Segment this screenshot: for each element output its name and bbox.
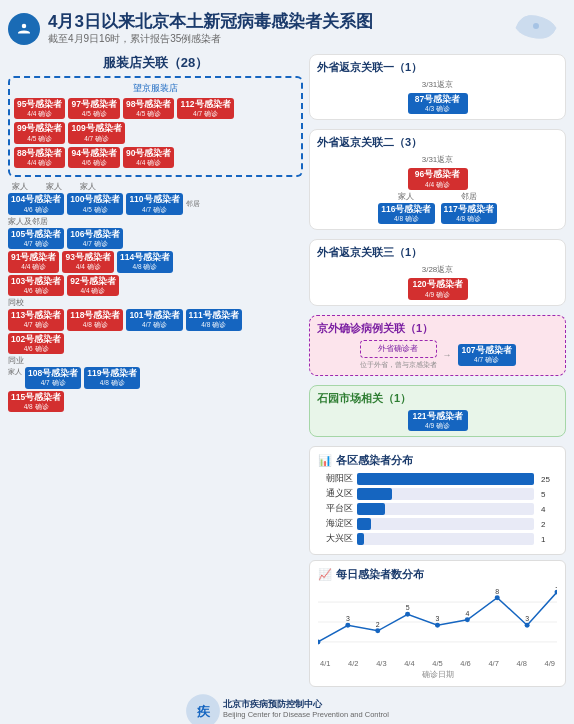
node-105: 105号感染者 4/7 确诊 — [8, 228, 64, 249]
rel-jiaren-label2: 家人 — [8, 367, 22, 377]
svg-point-18 — [525, 623, 530, 628]
node-90: 90号感染者 4/4 确诊 — [123, 147, 174, 168]
x-label: 4/7 — [488, 659, 498, 668]
x-axis-label: 确诊日期 — [318, 670, 557, 680]
node-94: 94号感染者 4/6 确诊 — [68, 147, 119, 168]
bar-fill — [357, 473, 534, 485]
rel-jiaren-linjv: 家人及邻居 — [8, 217, 303, 227]
node-121: 121号感染者 4/9 确诊 — [408, 410, 468, 431]
bar-label: 海淀区 — [318, 518, 353, 530]
node-93: 93号感染者 4/4 确诊 — [62, 251, 113, 272]
footer-text: 北京市疾病预防控制中心 Beijing Center for Disease P… — [223, 698, 389, 721]
svg-point-10 — [405, 612, 410, 617]
main-content: 服装店关联（28） 望京服装店 95号感染者 4/4 确诊 97号感染者 4/5… — [8, 54, 566, 687]
svg-text:5: 5 — [406, 605, 410, 612]
node-91: 91号感染者 4/4 确诊 — [8, 251, 59, 272]
node-109: 109号感染者 4/7 确诊 — [68, 122, 124, 143]
svg-text:8: 8 — [495, 588, 499, 595]
node-108: 108号感染者 4/7 确诊 — [25, 367, 81, 388]
bar-chart-title: 📊 各区感染者分布 — [318, 453, 557, 468]
cluster2-title: 外省返京关联二（3） — [317, 135, 558, 150]
node-120: 120号感染者 4/9 确诊 — [408, 278, 468, 299]
bar-track — [357, 488, 534, 500]
svg-point-8 — [375, 629, 380, 634]
footer: 疾 北京市疾病预防控制中心 Beijing Center for Disease… — [8, 693, 566, 724]
bar-row: 大兴区 1 — [318, 533, 557, 545]
node-118: 118号感染者 4/8 确诊 — [67, 309, 123, 330]
bar-label: 平台区 — [318, 503, 353, 515]
right-panel: 外省返京关联一（1） 3/31返京 87号感染者 4/3 确诊 外省返京关联二（… — [309, 54, 566, 687]
line-chart-area: 32534839 — [318, 587, 557, 657]
node-102: 102号感染者 4/6 确诊 — [8, 333, 64, 354]
row2: 99号感染者 4/5 确诊 109号感染者 4/7 确诊 — [14, 122, 297, 143]
node-101: 101号感染者 4/7 确诊 — [126, 309, 182, 330]
bar-label: 大兴区 — [318, 533, 353, 545]
row-102: 102号感染者 4/6 确诊 — [8, 333, 303, 354]
svg-text:3: 3 — [525, 616, 529, 623]
node-103: 103号感染者 4/6 确诊 — [8, 275, 64, 296]
shop-label: 望京服装店 — [14, 82, 297, 95]
node-116: 116号感染者 4/8 确诊 — [378, 203, 434, 224]
row-113-118-101-111: 113号感染者 4/7 确诊 118号感染者 4/8 确诊 101号感染者 4/… — [8, 309, 303, 330]
node-113: 113号感染者 4/7 确诊 — [8, 309, 64, 330]
svg-text:3: 3 — [436, 616, 440, 623]
node-96: 96号感染者 4/4 确诊 — [408, 168, 468, 189]
row-115: 115号感染者 4/8 确诊 — [8, 391, 303, 412]
page-wrapper: 4月3日以来北京本土新冠病毒感染者关系图 截至4月9日16时，累计报告35例感染… — [0, 0, 574, 724]
bar-track — [357, 473, 534, 485]
node-114: 114号感染者 4/8 确诊 — [117, 251, 173, 272]
node-107: 107号感染者 4/7 确诊 — [458, 344, 516, 365]
svg-text:2: 2 — [376, 621, 380, 628]
svg-point-0 — [22, 24, 27, 29]
node-100: 100号感染者 4/5 确诊 — [67, 193, 123, 214]
svg-text:疾: 疾 — [196, 704, 211, 719]
header-text: 4月3日以来北京本土新冠病毒感染者关系图 截至4月9日16时，累计报告35例感染… — [48, 12, 373, 46]
node-92: 92号感染者 4/4 确诊 — [67, 275, 118, 296]
x-label: 4/4 — [404, 659, 414, 668]
cluster4-title: 京外确诊病例关联（1） — [317, 321, 558, 336]
svg-point-14 — [465, 618, 470, 623]
row-104-100-110: 104号感染者 4/6 确诊 100号感染者 4/5 确诊 110号感染者 4/… — [8, 193, 303, 214]
node-88: 88号感染者 4/4 确诊 — [14, 147, 65, 168]
cluster3: 外省返京关联三（1） 3/28返京 120号感染者 4/9 确诊 — [309, 239, 566, 305]
bar-value: 1 — [541, 535, 557, 544]
svg-text:3: 3 — [346, 616, 350, 623]
cluster5-title: 石园市场相关（1） — [317, 391, 558, 406]
cluster1: 外省返京关联一（1） 3/31返京 87号感染者 4/3 确诊 — [309, 54, 566, 120]
node-99: 99号感染者 4/5 确诊 — [14, 122, 65, 143]
x-label: 4/1 — [320, 659, 330, 668]
bar-value: 2 — [541, 520, 557, 529]
rel-juren-c2: 邻居 — [441, 192, 497, 202]
x-label: 4/5 — [432, 659, 442, 668]
shop-box: 望京服装店 95号感染者 4/4 确诊 97号感染者 4/5 确诊 98号感染者… — [8, 76, 303, 177]
bar-track — [357, 503, 534, 515]
rel-label-linju: 邻居 — [186, 199, 200, 209]
node-98: 98号感染者 4/5 确诊 — [123, 98, 174, 119]
arrow-c4: → — [443, 350, 452, 360]
node-97: 97号感染者 4/5 确诊 — [68, 98, 119, 119]
bar-row: 平台区 4 — [318, 503, 557, 515]
svg-point-6 — [345, 623, 350, 628]
bar-label: 朝阳区 — [318, 473, 353, 485]
rel-label-jiaren2: 家人 — [46, 181, 62, 192]
bar-fill — [357, 533, 364, 545]
svg-point-1 — [533, 23, 539, 29]
bar-chart-icon: 📊 — [318, 454, 332, 467]
bar-fill — [357, 518, 371, 530]
footer-org-cn: 北京市疾病预防控制中心 — [223, 698, 389, 711]
footer-org-en: Beijing Center for Disease Prevention an… — [223, 710, 389, 721]
bar-label: 通义区 — [318, 488, 353, 500]
left-panel: 服装店关联（28） 望京服装店 95号感染者 4/4 确诊 97号感染者 4/5… — [8, 54, 303, 687]
bar-track — [357, 518, 534, 530]
bar-fill — [357, 503, 385, 515]
node-95: 95号感染者 4/4 确诊 — [14, 98, 65, 119]
x-label: 4/9 — [545, 659, 555, 668]
node-115: 115号感染者 4/8 确诊 — [8, 391, 64, 412]
bar-row: 通义区 5 — [318, 488, 557, 500]
header: 4月3日以来北京本土新冠病毒感染者关系图 截至4月9日16时，累计报告35例感染… — [8, 8, 566, 50]
header-title: 4月3日以来北京本土新冠病毒感染者关系图 — [48, 12, 373, 32]
node-110: 110号感染者 4/7 确诊 — [126, 193, 182, 214]
line-chart-title: 📈 每日感染者数分布 — [318, 567, 557, 582]
cluster1-date: 3/31返京 — [317, 79, 558, 90]
cluster2: 外省返京关联二（3） 3/31返京 96号感染者 4/4 确诊 家人 116号感… — [309, 129, 566, 230]
